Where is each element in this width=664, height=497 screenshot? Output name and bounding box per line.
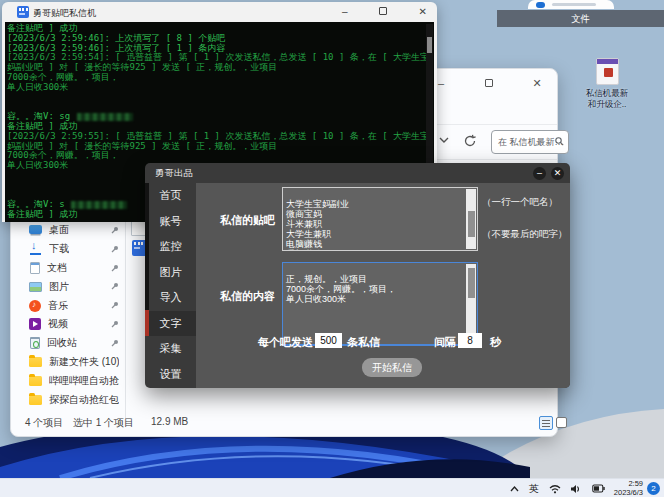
taskbar-clock[interactable]: 2:59 2023/6/3	[614, 480, 643, 497]
chevron-down-icon[interactable]	[439, 137, 449, 144]
app-nav-item[interactable]: 导入	[145, 285, 196, 311]
log-text: 单人日收300米	[7, 160, 68, 170]
battery-icon[interactable]	[592, 484, 605, 493]
content-textarea[interactable]: 正，规创。，业项目 7000余个，网赚。，项目， 单人日收300米	[282, 262, 478, 345]
app-nav-label: 采集	[160, 341, 182, 356]
volume-icon[interactable]	[571, 484, 582, 494]
app-nav-item[interactable]: 监控	[145, 234, 196, 260]
maximize-icon	[379, 7, 387, 15]
bars-field-label: 私信的贴吧	[220, 213, 275, 228]
terminal-log-line: 7000余个，网赚。，项目，	[7, 151, 424, 161]
sidebar-item[interactable]: 视频	[15, 315, 123, 334]
explorer-ribbon-tab[interactable]	[528, 0, 614, 9]
hint-one-per-line: （一行一个吧名）	[482, 196, 558, 209]
terminal-log-line	[7, 93, 424, 103]
pin-icon	[111, 245, 119, 253]
terminal-minimize-button[interactable]: –	[342, 4, 348, 20]
sidebar-item[interactable]: 新建文件夹 (10)	[15, 353, 123, 372]
sidebar-item-label: 下载	[49, 242, 69, 256]
sidebar-item-label: 探探自动抢红包	[49, 393, 119, 407]
per-bar-count-input[interactable]	[315, 333, 342, 348]
sidebar-item-icon	[29, 243, 42, 255]
app-nav-item[interactable]: 设置	[145, 362, 196, 388]
content-scrollbar[interactable]	[466, 264, 476, 343]
sidebar-item-label: 图片	[49, 280, 69, 294]
search-icon	[555, 137, 564, 146]
details-view-button[interactable]	[539, 416, 553, 430]
log-text: 7000余个，网赚。，项目，	[7, 150, 119, 160]
interval-unit-label: 秒	[490, 335, 501, 350]
terminal-titlebar: 勇哥贴吧私信机 – ✕	[2, 2, 437, 22]
sidebar-item[interactable]: 图片	[15, 277, 123, 296]
wifi-icon[interactable]	[549, 484, 561, 494]
desktop-shortcut[interactable]: 私信机最新 和升级企..	[570, 58, 644, 118]
refresh-icon[interactable]	[463, 134, 477, 148]
input-language-indicator[interactable]: 英	[529, 482, 539, 496]
app-nav-item[interactable]: 采集	[145, 336, 196, 362]
shortcut-caption-line1: 私信机最新	[570, 88, 644, 99]
sidebar-item-icon	[29, 318, 41, 330]
content-field-label: 私信的内容	[220, 289, 275, 304]
app-nav-item[interactable]: 首页	[145, 183, 196, 209]
tab-title-smudge	[552, 3, 596, 6]
sidebar-item[interactable]: 下载	[15, 240, 123, 259]
per-bar-prefix-label: 每个吧发送	[258, 335, 313, 350]
app-nav-label: 首页	[160, 188, 182, 203]
explorer-maximize-button[interactable]	[477, 73, 501, 93]
app-nav-label: 导入	[160, 290, 182, 305]
interval-input[interactable]	[458, 333, 482, 348]
start-message-button[interactable]: 开始私信	[362, 358, 422, 377]
log-text: [2023/6/3 2:59:55]: [ 迅普益普 ] 第 [ 1 ] 次发送…	[7, 131, 429, 141]
sidebar-item-icon	[29, 282, 42, 292]
terminal-maximize-button[interactable]	[379, 4, 387, 20]
sidebar-item[interactable]: 文档	[15, 259, 123, 278]
app-nav-item[interactable]: 文字	[145, 311, 196, 337]
explorer-close-button[interactable]: ✕	[525, 73, 549, 93]
sidebar-item-label: 回收站	[47, 336, 77, 350]
status-selected-count: 选中 1 个项目	[73, 416, 134, 430]
terminal-title: 勇哥贴吧私信机	[33, 7, 96, 20]
app-nav-label: 图片	[160, 265, 182, 280]
maximize-icon	[485, 79, 493, 87]
app-nav-label: 设置	[160, 367, 182, 382]
log-text: 备注贴吧 ] 成功	[7, 23, 77, 33]
sidebar-item[interactable]: 回收站	[15, 334, 123, 353]
scrollbar-thumb[interactable]	[468, 268, 475, 298]
sidebar-item[interactable]: 哔哩哔哩自动抢红包	[15, 371, 123, 390]
log-text: 备注贴吧 ] 成功	[7, 209, 77, 219]
pin-icon	[111, 339, 119, 347]
log-text: [2023/6/3 2:59:54]: [ 迅普益普 ] 第 [ 1 ] 次发送…	[7, 52, 429, 62]
pin-icon	[111, 320, 119, 328]
app-nav-item[interactable]: 账号	[145, 209, 196, 235]
terminal-close-button[interactable]: ✕	[419, 4, 427, 20]
sidebar-item-label: 哔哩哔哩自动抢红包	[49, 374, 119, 388]
scrollbar-thumb[interactable]	[468, 211, 475, 237]
sidebar-item-icon	[29, 225, 42, 234]
search-input[interactable]: 在 私信机最新…	[491, 130, 569, 154]
app-nav-item[interactable]: 图片	[145, 260, 196, 286]
bars-textarea[interactable]: 大学生宝妈副业 微商宝妈 斗米兼职 大学生兼职 电脑赚钱 手机赚钱 网投副业	[282, 187, 478, 251]
app-close-button[interactable]: ✕	[551, 167, 564, 180]
app-nav-label: 账号	[160, 214, 182, 229]
app-nav-scrollbar[interactable]	[145, 183, 149, 313]
thumbnail-view-button[interactable]	[556, 417, 567, 428]
redacted-text	[77, 113, 133, 121]
quick-access-list: 桌面 下载 文档	[15, 221, 123, 409]
log-text: [2023/6/3 2:59:46]: 上次填写了 [ 1 ] 条内容	[7, 43, 225, 53]
sidebar-item-icon	[29, 376, 42, 386]
scrollbar-thumb[interactable]	[427, 37, 432, 53]
sidebar-item[interactable]: 探探自动抢红包	[15, 390, 123, 409]
sidebar-item[interactable]: 桌面	[15, 221, 123, 240]
file-menu-button[interactable]: 文件	[497, 10, 664, 27]
sidebar-item-icon	[30, 337, 40, 349]
pin-icon	[111, 264, 119, 272]
sidebar-item-label: 文档	[47, 261, 67, 275]
sidebar-item-icon	[30, 262, 40, 274]
pin-icon	[111, 226, 119, 234]
log-text: [2023/6/3 2:59:46]: 上次填写了 [ 8 ] 个贴吧	[7, 33, 225, 43]
bars-scrollbar[interactable]	[466, 189, 476, 249]
sidebar-item[interactable]: 音乐	[15, 296, 123, 315]
app-nav-label: 文字	[160, 316, 182, 331]
app-minimize-button[interactable]: –	[533, 167, 546, 180]
tray-chevron-up-icon[interactable]	[510, 486, 519, 492]
